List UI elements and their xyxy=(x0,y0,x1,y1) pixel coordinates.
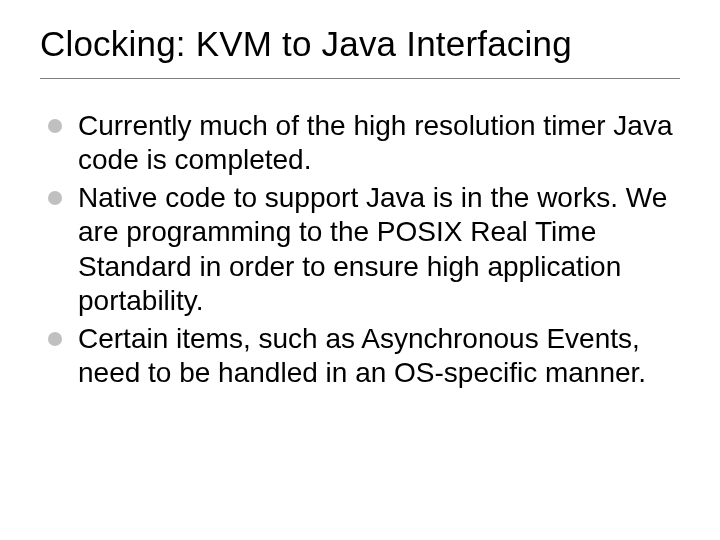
bullet-text: Native code to support Java is in the wo… xyxy=(78,182,667,315)
list-item: Certain items, such as Asynchronous Even… xyxy=(48,322,680,390)
bullet-text: Currently much of the high resolution ti… xyxy=(78,110,673,175)
bullet-text: Certain items, such as Asynchronous Even… xyxy=(78,323,646,388)
list-item: Native code to support Java is in the wo… xyxy=(48,181,680,318)
bullet-list: Currently much of the high resolution ti… xyxy=(48,109,680,390)
slide-title: Clocking: KVM to Java Interfacing xyxy=(40,24,680,79)
slide: Clocking: KVM to Java Interfacing Curren… xyxy=(0,0,720,540)
list-item: Currently much of the high resolution ti… xyxy=(48,109,680,177)
